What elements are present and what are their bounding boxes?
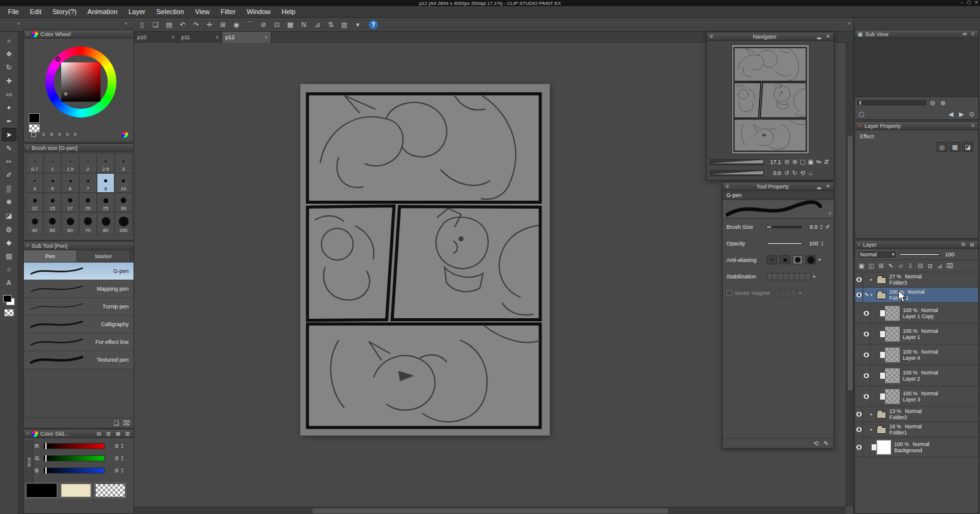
layer-visibility-eye-icon[interactable] — [855, 272, 863, 287]
brush-size-cell[interactable]: 100 — [115, 212, 132, 234]
layer-thumbnail[interactable] — [876, 292, 886, 299]
Folder1[interactable]: ✎ 16 % Normal Folder1 — [855, 422, 978, 438]
slider-handle[interactable] — [45, 467, 47, 474]
layer-thumbnail[interactable] — [876, 440, 891, 455]
brush-size-cell[interactable]: 1 — [43, 154, 61, 173]
layer-thumbnail[interactable] — [885, 327, 900, 341]
slider-handle[interactable] — [45, 455, 47, 461]
stabilization-segments[interactable] — [767, 273, 811, 280]
layer-panel-header[interactable]: ≡ Layer ⧉ ▤ — [855, 240, 978, 249]
layer-thumbnail[interactable] — [876, 277, 886, 284]
current-color-swatch[interactable] — [29, 113, 40, 123]
brush-size-cell[interactable]: 7 — [79, 173, 97, 193]
workspace-layout-icon[interactable]: ▥ — [338, 19, 350, 30]
sub-tool-panel-header[interactable]: ≡ Sub Tool [Pen] — [24, 242, 134, 250]
zoom-in-icon[interactable]: ⊕ — [939, 99, 947, 107]
workspace-menu-icon[interactable]: ▾ — [352, 19, 364, 30]
rotate-left-icon[interactable]: ↺ — [783, 169, 791, 177]
transparent-swatch[interactable] — [29, 124, 40, 132]
brush-size-spinner[interactable]: ▲▼ — [820, 224, 823, 230]
ruler-mask-icon[interactable]: ⊿ — [935, 261, 944, 271]
brush-size-cell[interactable]: 20 — [79, 193, 97, 212]
create-sub-tool-icon[interactable]: ❏ — [114, 420, 119, 426]
antialias-icon[interactable]: N — [298, 19, 310, 30]
canvas-tab[interactable]: p10 × — [134, 32, 178, 43]
slider-mode-hsv-icon[interactable]: ▥ — [105, 431, 112, 436]
brush-size-cell[interactable]: 25 — [97, 193, 115, 212]
magnifier-icon[interactable]: ⌕ — [828, 209, 832, 217]
brush-size-cell[interactable]: 12 — [26, 193, 43, 212]
menu-item[interactable]: Animation — [82, 6, 123, 17]
anti-aliasing-menu-icon[interactable]: ▾ — [818, 257, 821, 263]
layer-visibility-eye-icon[interactable] — [862, 386, 870, 406]
maximize-icon[interactable]: ▢ — [967, 0, 971, 5]
zoom-slider[interactable] — [710, 159, 764, 165]
layer-search-icon[interactable]: ⧉ — [960, 242, 967, 248]
saturation-value-square[interactable] — [61, 62, 100, 102]
canvas-tab[interactable]: p12 × — [222, 32, 271, 43]
brush-size-cell[interactable]: 4 — [26, 173, 43, 193]
zoom-out-icon[interactable]: ⊖ — [783, 158, 791, 166]
menu-item[interactable]: View — [190, 6, 216, 17]
Layer 1 Copy[interactable]: ✎ 100 % Normal Layer 1 Copy — [855, 303, 978, 324]
navigator-preview[interactable] — [731, 44, 810, 154]
decoration-tool[interactable]: ❋ — [2, 195, 17, 209]
menu-item[interactable]: File — [2, 6, 24, 17]
Layer 4[interactable]: ✎ 100 % Normal Layer 4 — [855, 345, 978, 365]
tab-close-icon[interactable]: × — [216, 34, 219, 40]
pencil-tool[interactable]: ✏ — [2, 155, 17, 168]
value-spinner[interactable]: ▲▼ — [121, 443, 124, 449]
auto-eyedropper-icon[interactable]: ⊙ — [968, 110, 976, 118]
color-slider-track[interactable] — [43, 443, 105, 449]
hsv-mode-icon[interactable] — [31, 132, 36, 137]
scrollbar-thumb[interactable] — [312, 508, 668, 513]
layer-visibility-eye-icon[interactable] — [862, 324, 870, 344]
anti-aliasing-none-button[interactable] — [767, 255, 777, 264]
Background[interactable]: ✎ 100 % Normal Background — [855, 438, 978, 457]
selection-border-icon[interactable]: ▦ — [284, 19, 296, 30]
layer-visibility-eye-icon[interactable] — [862, 345, 870, 365]
anti-aliasing-weak-button[interactable] — [780, 255, 790, 264]
auto-select-tool[interactable]: ✦ — [2, 101, 17, 114]
vector-magnet-segments[interactable] — [775, 289, 797, 297]
horizontal-scrollbar[interactable] — [134, 507, 846, 514]
layer-visibility-eye-icon[interactable] — [855, 288, 863, 302]
delete-layer-icon[interactable]: ⌧ — [945, 261, 954, 271]
sub-tool-item[interactable]: G-pen — [24, 263, 134, 280]
brush-size-cell[interactable]: 60 — [61, 212, 79, 234]
brush-tool[interactable]: ✐ — [2, 168, 17, 182]
flip-horizontal-icon[interactable]: ⇋ — [815, 158, 823, 166]
brush-size-panel-header[interactable]: ≡ Brush size [G-pen] — [24, 144, 134, 152]
tab-close-icon[interactable]: × — [265, 34, 268, 40]
minimize-icon[interactable]: – — [961, 0, 963, 5]
fit-icon[interactable]: ▢ — [858, 110, 865, 118]
previous-image-icon[interactable]: ◀ — [947, 110, 955, 118]
help-icon[interactable]: ? — [369, 20, 378, 29]
snap-special-ruler-icon[interactable]: ⇅ — [325, 19, 337, 30]
brush-size-cell[interactable]: 15 — [43, 193, 61, 212]
Layer 3[interactable]: ✎ 100 % Normal Layer 3 — [855, 386, 978, 407]
menu-item[interactable]: Window — [241, 6, 276, 17]
rotate-right-icon[interactable]: ↻ — [791, 169, 799, 177]
layer-visibility-eye-icon[interactable] — [855, 422, 863, 437]
folder-expand-icon[interactable] — [870, 277, 876, 282]
opacity-spinner[interactable]: ▲▼ — [821, 240, 824, 247]
new-layer-folder-icon[interactable]: ▱ — [896, 261, 905, 271]
anti-aliasing-strong-button[interactable] — [805, 255, 816, 264]
value-spinner[interactable]: ▲▼ — [121, 455, 124, 461]
brush-size-cell[interactable]: 50 — [43, 212, 61, 234]
title-bar[interactable]: p12 (A4 2894 x 4093px 350dpi 17.1%) - CL… — [0, 0, 980, 6]
collapse-left-dock-icon[interactable]: « — [17, 20, 20, 26]
panel-menu-icon[interactable]: ≡ — [970, 31, 976, 37]
redo-icon[interactable]: ↷ — [190, 19, 202, 30]
layer-thumbnail[interactable] — [885, 368, 900, 383]
menu-item[interactable]: Filter — [215, 6, 241, 17]
brush-size-cell[interactable]: 17 — [61, 193, 79, 212]
reset-display-icon[interactable]: ⌂ — [807, 169, 815, 177]
Layer 2[interactable]: ✎ 100 % Normal Layer 2 — [855, 365, 978, 386]
Folder 1[interactable]: ✎ 100 % Normal Folder 1 — [855, 288, 978, 303]
brush-size-cell[interactable]: 8 — [97, 173, 115, 193]
transparent-color-swatch[interactable] — [95, 483, 126, 497]
layer-visibility-eye-icon[interactable] — [855, 407, 863, 422]
expand-right-dock-icon[interactable]: » — [848, 20, 851, 26]
